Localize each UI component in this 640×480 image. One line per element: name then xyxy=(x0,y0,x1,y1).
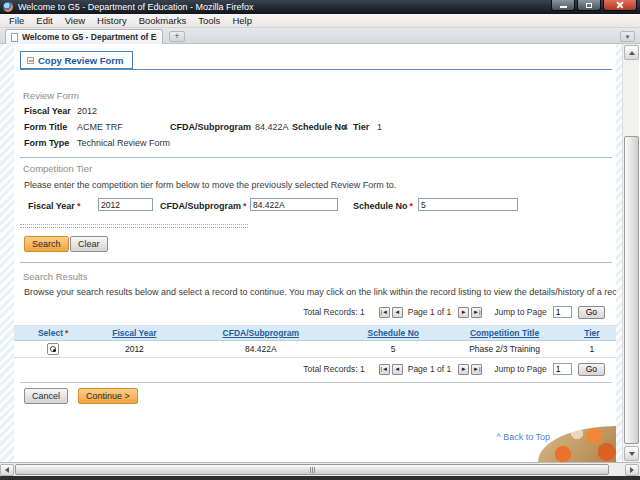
back-to-top-link[interactable]: ^ Back to Top xyxy=(496,432,550,442)
section-divider xyxy=(20,157,612,158)
cell-schedule-no: 5 xyxy=(345,341,441,358)
scroll-left-arrow-icon xyxy=(5,467,9,473)
browser-tab[interactable]: Welcome to G5 - Department of Edu... xyxy=(5,29,163,44)
close-icon xyxy=(616,1,624,9)
search-results-instruction: Browse your search results below and sel… xyxy=(24,287,616,297)
list-tabs-button[interactable]: ▾ xyxy=(620,31,635,42)
fiscal-year-value: 2012 xyxy=(77,106,97,116)
firefox-icon xyxy=(3,2,13,12)
required-asterisk: * xyxy=(77,201,81,211)
scrollbar-grip xyxy=(16,465,608,474)
vertical-scrollbar-thumb[interactable] xyxy=(624,136,639,444)
ct-cfda-label: CFDA/Subprogram* xyxy=(160,201,247,211)
competition-tier-section-title: Competition Tier xyxy=(23,163,92,174)
search-button[interactable]: Search xyxy=(24,236,69,252)
collapse-icon[interactable] xyxy=(27,57,34,64)
last-page-button[interactable]: ►| xyxy=(471,307,482,318)
jump-to-page-input[interactable] xyxy=(553,363,572,375)
form-title-label: Form Title xyxy=(24,122,67,132)
tab-underline xyxy=(20,69,612,70)
next-page-button[interactable]: ► xyxy=(458,307,469,318)
required-asterisk: * xyxy=(410,201,414,211)
scroll-down-arrow-icon xyxy=(629,452,635,456)
header-cfda: CFDA/Subprogram xyxy=(177,326,346,341)
form-type-label: Form Type xyxy=(24,138,69,148)
menu-history[interactable]: History xyxy=(91,14,133,27)
scroll-up-button[interactable] xyxy=(624,45,639,60)
menu-bar: File Edit View History Bookmarks Tools H… xyxy=(0,14,640,28)
form-title-value: ACME TRF xyxy=(77,122,123,132)
header-select: Select* xyxy=(14,326,92,341)
footer-divider xyxy=(20,382,612,383)
search-results-table: Select* Fiscal Year CFDA/Subprogram Sche… xyxy=(14,325,616,358)
fiscal-year-input[interactable] xyxy=(98,198,153,211)
prev-page-button[interactable]: ◄ xyxy=(392,364,403,375)
cfda-input[interactable] xyxy=(250,198,338,211)
scroll-right-button[interactable] xyxy=(625,464,639,476)
total-records: Total Records: 1 xyxy=(303,307,364,317)
select-radio[interactable] xyxy=(47,343,59,355)
tier-label: Tier xyxy=(353,122,369,132)
jump-to-page-input[interactable] xyxy=(553,306,572,318)
schedule-no-value: 4 xyxy=(343,122,348,132)
close-button[interactable] xyxy=(603,0,637,11)
continue-button[interactable]: Continue > xyxy=(78,388,138,404)
total-records: Total Records: 1 xyxy=(303,364,364,374)
tab-copy-review-form[interactable]: Copy Review Form xyxy=(20,51,133,69)
dotted-divider xyxy=(20,224,248,228)
new-tab-button[interactable]: + xyxy=(169,31,185,42)
window-title: Welcome to G5 - Department of Education … xyxy=(18,0,253,14)
ct-fiscal-year-label: Fiscal Year* xyxy=(28,201,80,211)
window-titlebar: Welcome to G5 - Department of Education … xyxy=(0,0,640,14)
horizontal-scrollbar-thumb[interactable] xyxy=(15,464,609,475)
review-form-section-title: Review Form xyxy=(23,90,79,101)
search-results-section-title: Search Results xyxy=(23,271,87,282)
menu-help[interactable]: Help xyxy=(226,14,258,27)
jump-to-page-label: Jump to Page xyxy=(494,364,546,374)
cell-tier: 1 xyxy=(568,341,616,358)
schedule-no-label: Schedule No xyxy=(292,122,347,132)
scroll-right-arrow-icon xyxy=(630,467,634,473)
horizontal-scrollbar[interactable] xyxy=(0,462,640,476)
vertical-scrollbar[interactable] xyxy=(622,44,639,462)
table-header-row: Select* Fiscal Year CFDA/Subprogram Sche… xyxy=(14,326,616,341)
required-asterisk: * xyxy=(65,328,68,338)
first-page-button[interactable]: |◄ xyxy=(379,307,390,318)
firefox-window: Welcome to G5 - Department of Education … xyxy=(0,0,640,480)
minimize-button[interactable] xyxy=(551,0,575,11)
cell-competition-title: Phase 2/3 Training xyxy=(441,341,567,358)
page-indicator: Page 1 of 1 xyxy=(408,307,451,317)
competition-tier-instruction: Please enter the competition tier form b… xyxy=(24,180,396,190)
go-button[interactable]: Go xyxy=(578,306,605,319)
minimize-icon xyxy=(560,6,567,8)
go-button[interactable]: Go xyxy=(578,363,605,376)
cell-select xyxy=(14,341,92,358)
browser-tab-strip: Welcome to G5 - Department of Edu... + ▾ xyxy=(0,28,640,44)
page-indicator: Page 1 of 1 xyxy=(408,364,451,374)
restore-icon xyxy=(586,3,592,8)
taskbar-edge xyxy=(0,476,640,480)
scroll-left-button[interactable] xyxy=(0,464,14,476)
header-fiscal-year: Fiscal Year xyxy=(92,326,176,341)
menu-view[interactable]: View xyxy=(59,14,91,27)
clear-button[interactable]: Clear xyxy=(70,236,108,252)
cancel-button[interactable]: Cancel xyxy=(24,388,68,404)
menu-tools[interactable]: Tools xyxy=(192,14,226,27)
next-page-button[interactable]: ► xyxy=(458,364,469,375)
cfda-value: 84.422A xyxy=(255,122,289,132)
restore-button[interactable] xyxy=(577,0,601,11)
last-page-button[interactable]: ►| xyxy=(471,364,482,375)
menu-bookmarks[interactable]: Bookmarks xyxy=(133,14,193,27)
menu-file[interactable]: File xyxy=(3,14,30,27)
scroll-up-arrow-icon xyxy=(629,51,635,55)
menu-edit[interactable]: Edit xyxy=(30,14,58,27)
schedule-no-input[interactable] xyxy=(418,198,518,211)
page-margin-stripes-left xyxy=(0,44,14,462)
tier-value: 1 xyxy=(377,122,382,132)
cell-fiscal-year: 2012 xyxy=(92,341,176,358)
form-type-value: Technical Review Form xyxy=(77,138,170,148)
prev-page-button[interactable]: ◄ xyxy=(392,307,403,318)
first-page-button[interactable]: |◄ xyxy=(379,364,390,375)
fiscal-year-label: Fiscal Year xyxy=(24,106,71,116)
scroll-down-button[interactable] xyxy=(624,446,639,461)
